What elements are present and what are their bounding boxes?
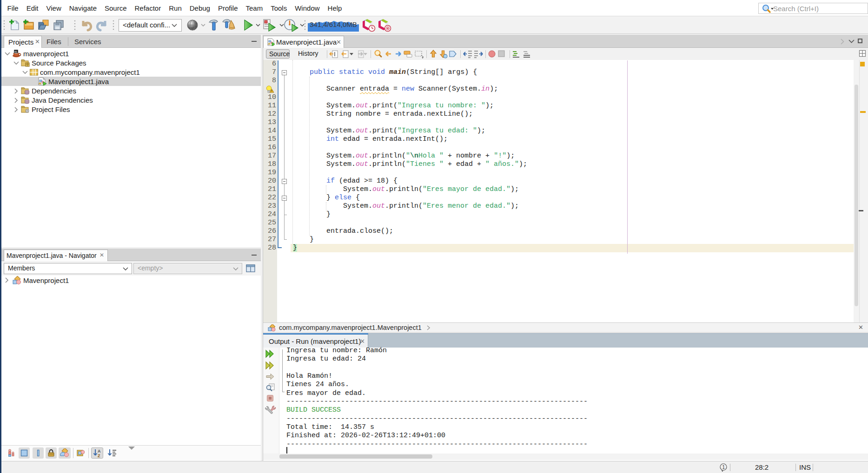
svg-text:1: 1 bbox=[722, 465, 725, 470]
svg-text:A: A bbox=[98, 449, 101, 453]
svg-text:m: m bbox=[14, 50, 17, 53]
svg-text:Z: Z bbox=[98, 453, 100, 458]
